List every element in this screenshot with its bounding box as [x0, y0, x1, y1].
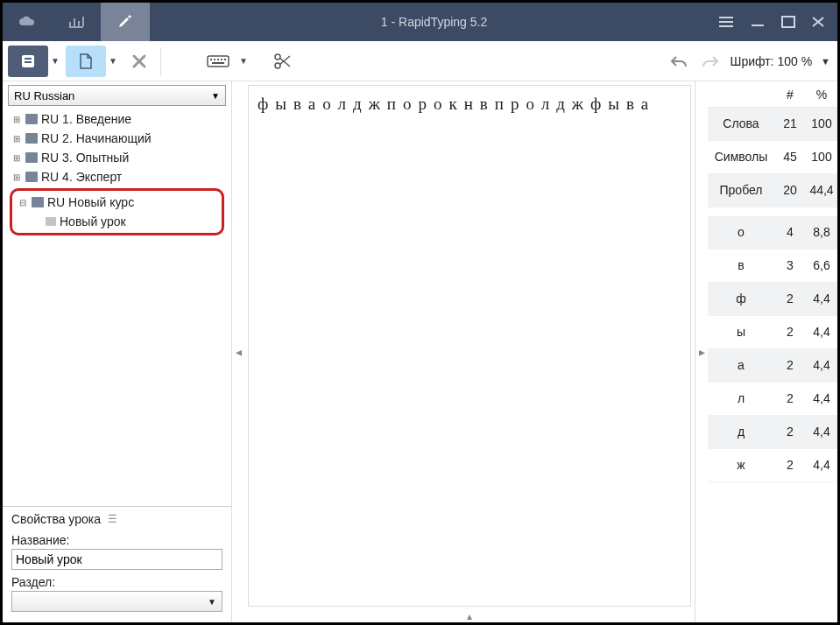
center-pane: фываолджпорокнвпролджфыва ▴	[244, 81, 695, 622]
tree-node[interactable]: ⊞RU 1. Введение	[6, 109, 228, 129]
svg-rect-7	[217, 59, 219, 60]
stats-cell-count: 2	[774, 292, 806, 305]
svg-rect-4	[208, 56, 229, 67]
app-window: 1 - RapidTyping 5.2 ▼ ▼ ▼	[0, 0, 840, 625]
expand-icon[interactable]: ⊞	[11, 153, 22, 163]
splitter-bottom[interactable]: ▴	[244, 610, 695, 622]
highlight-new-course: ⊟RU Новый курс Новый урок	[10, 188, 224, 235]
redo-button[interactable]	[701, 54, 720, 68]
stats-cell-percent: 4,4	[806, 292, 837, 305]
language-select[interactable]: RU Russian ▼	[8, 85, 226, 106]
font-zoom-label[interactable]: Шрифт: 100 %	[731, 54, 813, 68]
chart-icon	[67, 14, 86, 30]
stats-cell-name: ж	[708, 457, 774, 474]
stats-row: о48,8	[708, 216, 837, 249]
left-pane: RU Russian ▼ ⊞RU 1. Введение ⊞RU 2. Начи…	[3, 81, 232, 622]
course-tree: ⊞RU 1. Введение ⊞RU 2. Начинающий ⊞RU 3.…	[3, 108, 231, 506]
minimize-button[interactable]	[750, 16, 766, 28]
stats-cell-name: о	[708, 224, 774, 241]
stats-cell-name: Слова	[708, 116, 774, 132]
stats-cell-percent: 4,4	[806, 392, 837, 405]
stats-cell-name: ы	[708, 324, 774, 341]
splitter-right[interactable]: ▸	[695, 81, 708, 622]
stats-cell-percent: 100	[806, 117, 837, 130]
stats-cell-percent: 4,4	[806, 359, 837, 372]
stats-cell-count: 2	[774, 359, 806, 372]
stats-cell-name: ф	[708, 291, 774, 307]
menu-icon[interactable]	[718, 16, 734, 28]
tab-editor[interactable]	[101, 3, 150, 41]
collapse-icon[interactable]: ⊟	[18, 198, 28, 207]
stats-cell-count: 2	[774, 459, 806, 472]
stats-cell-percent: 6,6	[806, 259, 837, 272]
stats-cell-percent: 8,8	[806, 226, 837, 239]
stats-header: # %	[708, 81, 837, 108]
svg-rect-0	[782, 17, 794, 27]
lesson-icon	[46, 217, 56, 226]
expand-icon[interactable]: ⊞	[11, 134, 22, 144]
delete-button[interactable]	[125, 53, 153, 69]
stats-cell-name: Пробел	[708, 182, 774, 199]
cloud-icon	[18, 14, 37, 30]
stats-col-percent: %	[806, 88, 837, 102]
close-button[interactable]	[811, 16, 825, 28]
course-icon	[25, 133, 38, 144]
tab-stats[interactable]	[52, 3, 101, 41]
right-pane: # % Слова21100Символы45100Пробел2044,4о4…	[708, 81, 837, 622]
stats-cell-name: в	[708, 257, 774, 274]
stats-cell-count: 3	[774, 259, 806, 272]
svg-rect-5	[210, 59, 212, 60]
tree-label: RU Новый курс	[47, 195, 134, 209]
stats-cell-count: 2	[774, 392, 806, 405]
keyboard-icon	[207, 53, 229, 69]
stats-cell-percent: 4,4	[806, 326, 837, 339]
stats-cell-count: 4	[774, 226, 806, 239]
lines-icon: ☰	[108, 513, 117, 525]
stats-row: Пробел2044,4	[708, 174, 837, 207]
svg-rect-6	[214, 59, 215, 60]
tree-node-new-lesson[interactable]: Новый урок	[12, 212, 222, 231]
name-label: Название:	[11, 533, 222, 547]
stats-row: в36,6	[708, 249, 837, 283]
section-select[interactable]: ▼	[11, 591, 222, 612]
chevron-down-icon: ▼	[211, 91, 220, 101]
window-controls	[718, 16, 837, 28]
chevron-down-icon: ▼	[208, 597, 216, 607]
expand-icon[interactable]: ⊞	[11, 115, 22, 124]
tree-node[interactable]: ⊞RU 4. Эксперт	[6, 167, 228, 186]
redo-icon	[701, 54, 720, 68]
cut-button[interactable]	[266, 46, 300, 77]
tree-node[interactable]: ⊞RU 2. Начинающий	[6, 129, 228, 148]
new-file-button[interactable]	[66, 46, 106, 77]
properties-title: Свойства урока	[11, 512, 101, 526]
svg-rect-8	[221, 59, 222, 60]
tree-label: RU 4. Эксперт	[41, 170, 122, 184]
tree-label: RU 2. Начинающий	[41, 131, 152, 145]
course-icon	[25, 152, 38, 163]
tree-node-new-course[interactable]: ⊟RU Новый курс	[12, 193, 222, 212]
maximize-button[interactable]	[781, 16, 795, 28]
file-dropdown[interactable]: ▼	[106, 56, 120, 66]
font-zoom-dropdown[interactable]: ▼	[821, 56, 830, 67]
properties-header[interactable]: Свойства урока ☰	[11, 512, 222, 526]
splitter-left[interactable]: ◂	[232, 81, 244, 622]
name-input[interactable]	[11, 549, 222, 570]
stats-cell-count: 2	[774, 326, 806, 339]
svg-point-12	[275, 63, 280, 68]
lesson-text-area[interactable]: фываолджпорокнвпролджфыва	[248, 85, 691, 607]
svg-rect-9	[224, 59, 226, 60]
undo-button[interactable]	[669, 54, 688, 68]
keyboard-button[interactable]	[200, 46, 236, 77]
tab-practice[interactable]	[3, 3, 52, 41]
stats-col-count: #	[774, 88, 806, 102]
course-icon	[32, 197, 44, 207]
course-button[interactable]	[8, 46, 48, 77]
stats-cell-name: л	[708, 390, 774, 407]
course-dropdown[interactable]: ▼	[48, 56, 62, 66]
keyboard-dropdown[interactable]: ▼	[236, 56, 251, 66]
svg-rect-10	[212, 62, 224, 64]
expand-icon[interactable]: ⊞	[11, 172, 22, 182]
language-select-value: RU Russian	[14, 89, 74, 102]
tree-node[interactable]: ⊞RU 3. Опытный	[6, 148, 228, 167]
tree-label: RU 3. Опытный	[41, 151, 129, 165]
